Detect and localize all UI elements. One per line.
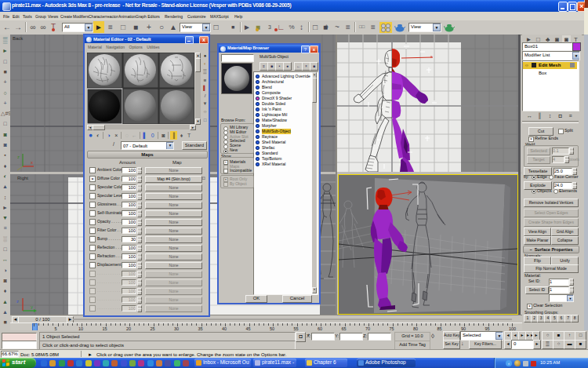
svg-text:y: y xyxy=(31,304,33,309)
svg-text:z: z xyxy=(17,155,20,159)
svg-text:x: x xyxy=(31,160,33,165)
svg-text:z: z xyxy=(16,299,19,304)
